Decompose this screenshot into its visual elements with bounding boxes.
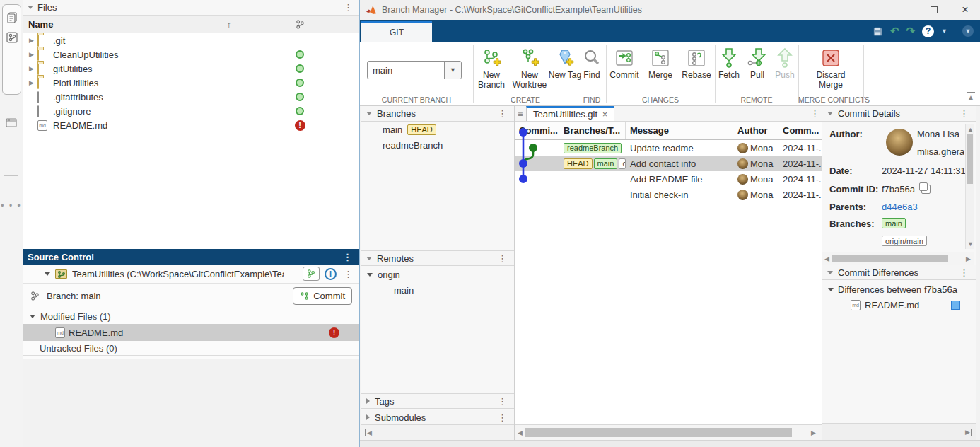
source-control-header[interactable]: Source Control ⋮ <box>23 249 359 265</box>
file-row[interactable]: .gitignore <box>23 104 359 118</box>
files-panel-icon[interactable] <box>5 11 19 25</box>
remote-item[interactable]: origin <box>361 267 514 282</box>
scroll-down-icon[interactable]: ▼ <box>967 239 974 249</box>
branches-section-header[interactable]: Branches ⋮ <box>361 106 514 122</box>
column-author[interactable]: Author <box>733 122 778 139</box>
document-menu-icon[interactable]: ⋮ <box>808 106 822 121</box>
commit-row[interactable]: Initial check-in Mona 2024-11-... <box>515 187 822 202</box>
expand-icon[interactable]: ▶ <box>29 51 37 58</box>
column-branches-tags[interactable]: Branches/T... <box>559 122 626 139</box>
differences-group[interactable]: Differences between f7ba56a <box>822 281 976 297</box>
save-icon[interactable] <box>873 26 883 37</box>
document-list-icon[interactable]: ≣ <box>515 106 526 121</box>
submodules-section-header[interactable]: Submodules ⋮ <box>361 410 514 425</box>
scrollbar-thumb[interactable] <box>832 255 948 262</box>
expand-icon[interactable] <box>366 398 370 404</box>
scroll-left-icon[interactable]: ◀ <box>518 428 523 438</box>
git-status-column-icon[interactable] <box>240 19 359 30</box>
file-row[interactable]: ▶ .git <box>23 33 359 47</box>
commit-button-toolstrip[interactable]: Commit <box>606 45 643 81</box>
modified-file-row-selected[interactable]: md README.md ! <box>23 324 359 341</box>
commit-button[interactable]: Commit <box>293 287 352 305</box>
commit-table-header[interactable]: Commi... Branches/T... Message Author Co… <box>515 122 822 140</box>
combobox-dropdown-icon[interactable]: ▼ <box>444 62 461 79</box>
tags-menu-icon[interactable]: ⋮ <box>496 397 509 406</box>
files-panel-header[interactable]: Files ⋮ <box>23 0 359 16</box>
collapse-toolstrip-icon[interactable]: ▲ <box>967 92 975 101</box>
scrollbar-thumb[interactable] <box>525 428 792 437</box>
horizontal-scrollbar[interactable]: ◀ ▶ <box>515 424 822 440</box>
commit-row[interactable]: readmeBranch Update readme Mona 2024-11-… <box>515 140 822 156</box>
name-column-label[interactable]: Name <box>23 19 53 30</box>
find-button[interactable]: Find <box>578 45 606 81</box>
repository-row[interactable]: TeamUtilities (C:\WorkSpace\GitConflictE… <box>23 265 359 284</box>
collapse-icon[interactable] <box>828 288 834 291</box>
branch-list-item[interactable]: readmeBranch <box>361 137 514 153</box>
tags-section-header[interactable]: Tags ⋮ <box>361 393 514 409</box>
more-panels-icon[interactable]: • • • <box>0 201 23 211</box>
collapse-panel-strip[interactable]: ◀ <box>361 424 514 440</box>
repo-menu-icon[interactable]: ⋮ <box>342 269 355 279</box>
files-menu-icon[interactable]: ⋮ <box>342 3 355 12</box>
close-button[interactable]: × <box>950 0 980 20</box>
file-row[interactable]: ▶ gitUtilities <box>23 62 359 76</box>
commit-row[interactable]: Add README file Mona 2024-11-... <box>515 171 822 187</box>
column-commit[interactable]: Commi... <box>515 122 559 139</box>
file-row[interactable]: ▶ CleanUpUtilities <box>23 47 359 62</box>
help-dropdown-icon[interactable]: ▼ <box>941 28 947 35</box>
commit-differences-menu-icon[interactable]: ⋮ <box>957 268 971 277</box>
file-row[interactable]: .gitattributes <box>23 90 359 104</box>
copy-icon[interactable] <box>921 185 931 194</box>
remotes-menu-icon[interactable]: ⋮ <box>496 254 509 263</box>
commit-row-selected[interactable]: HEAD main o Add contact info Mona 2024-1… <box>515 156 822 171</box>
quick-access-dropdown-icon[interactable]: ▼ <box>962 25 974 37</box>
scroll-left-icon[interactable]: ◀ <box>824 254 829 264</box>
commit-differences-header[interactable]: Commit Differences ⋮ <box>822 265 976 280</box>
collapse-icon[interactable] <box>366 112 372 115</box>
collapse-icon[interactable] <box>366 257 372 260</box>
maximize-button[interactable] <box>918 0 950 20</box>
new-branch-button[interactable]: New Branch <box>473 45 510 91</box>
branches-menu-icon[interactable]: ⋮ <box>496 109 509 118</box>
help-icon[interactable]: ? <box>922 25 934 37</box>
new-worktree-button[interactable]: New Worktree <box>510 45 549 91</box>
details-vertical-scrollbar[interactable]: ▲ ▼ <box>965 124 974 249</box>
merge-button[interactable]: Merge <box>643 45 678 81</box>
workspace-panel-icon[interactable] <box>4 115 18 129</box>
column-date[interactable]: Comm... <box>778 122 822 139</box>
remote-branch-item[interactable]: main <box>361 282 514 298</box>
sort-ascending-icon[interactable]: ↑ <box>227 19 232 30</box>
close-tab-icon[interactable]: × <box>602 110 607 120</box>
commit-details-header[interactable]: Commit Details ⋮ <box>822 106 976 122</box>
branches-button[interactable] <box>303 267 320 281</box>
collapse-icon[interactable] <box>827 112 833 115</box>
details-horizontal-scrollbar[interactable]: ◀ ▶ <box>822 252 974 265</box>
collapse-icon[interactable] <box>45 272 50 276</box>
minimize-button[interactable]: – <box>887 0 918 20</box>
current-branch-combobox[interactable]: main ▼ <box>367 61 462 79</box>
parent-commit-link[interactable]: d44e6a3 <box>882 202 918 212</box>
source-control-panel-icon[interactable] <box>5 30 19 45</box>
collapse-icon[interactable] <box>367 273 373 277</box>
discard-merge-button[interactable]: Discard Merge <box>811 45 851 91</box>
collapse-icon[interactable] <box>30 315 35 318</box>
expand-panel-strip[interactable]: ▶ <box>822 423 976 440</box>
redo-icon[interactable]: ↷ <box>906 25 916 37</box>
undo-icon[interactable]: ↶ <box>890 25 899 37</box>
window-titlebar[interactable]: Branch Manager - C:\WorkSpace\GitConflic… <box>360 0 980 20</box>
scrollbar-thumb[interactable] <box>967 134 973 184</box>
collapse-icon[interactable] <box>827 271 833 274</box>
expand-icon[interactable]: ▶ <box>29 79 37 86</box>
column-message[interactable]: Message <box>626 122 733 139</box>
untracked-files-group[interactable]: Untracked Files (0) <box>23 341 359 356</box>
scroll-right-icon[interactable]: ▶ <box>966 254 971 264</box>
commit-details-menu-icon[interactable]: ⋮ <box>957 109 971 118</box>
expand-icon[interactable] <box>366 414 370 420</box>
files-column-header[interactable]: Name ↑ <box>23 16 359 33</box>
modified-files-group[interactable]: Modified Files (1) <box>23 308 359 324</box>
scroll-right-icon[interactable]: ▶ <box>811 428 816 438</box>
expand-icon[interactable]: ▶ <box>29 37 37 44</box>
tab-git[interactable]: GIT <box>361 21 432 42</box>
source-control-menu-icon[interactable]: ⋮ <box>341 252 354 262</box>
file-row[interactable]: md README.md ! <box>23 118 359 132</box>
